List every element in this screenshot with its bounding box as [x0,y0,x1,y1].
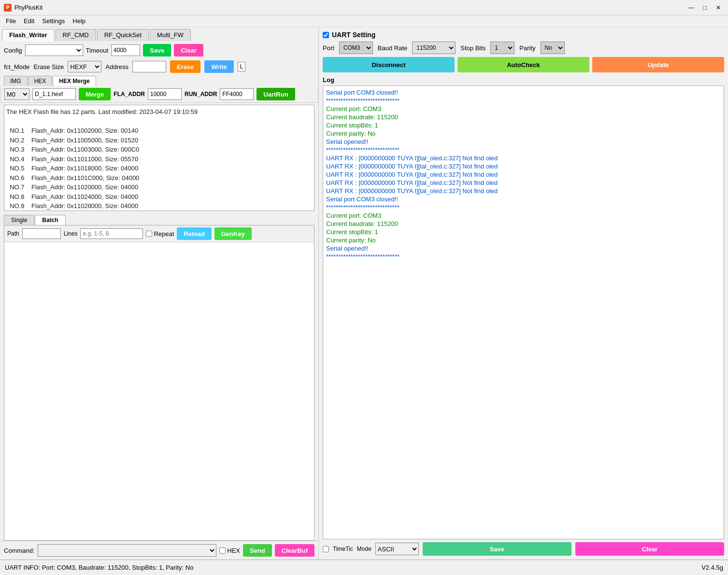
main-container: Flash_Writer RF_CMD RF_QuickSet Multi_FW… [0,27,728,560]
repeat-checkbox[interactable] [146,228,152,239]
hex-checkbox[interactable] [219,547,226,554]
disconnect-button[interactable]: Disconnect [323,57,455,72]
clear-log-button[interactable]: Clear [575,542,724,556]
mode-select[interactable]: ASCII HEX [375,543,419,555]
menu-file[interactable]: File [2,16,20,26]
config-select[interactable] [25,44,83,56]
timetic-label: TimeTic [333,546,353,552]
hex-log-area: The HEX Flash file has 12 parts. Last mo… [4,105,314,211]
tab-rf-quickset[interactable]: RF_QuickSet [97,29,149,41]
uart-setting-title: UART Setting [332,31,375,39]
batch-tab-batch[interactable]: Batch [35,215,65,225]
genkey-button[interactable]: GenKey [214,227,252,240]
baud-label: Baud Rate [378,44,407,52]
write-button[interactable]: Write [204,60,233,73]
uart-buttons: Disconnect AutoCheck Update [323,57,724,72]
hex-merge-controls: M0 Merge FLA_ADDR RUN_ADDR UartRun [0,86,318,103]
app-icon: P [4,4,12,12]
status-info: UART INFO: Port: COM3, Baudrate: 115200,… [5,564,193,571]
app-title: PhyPlusKit [14,4,685,11]
mode-row: fct_Mode Erase Size HEXF Address Erase W… [0,59,318,74]
path-input[interactable] [22,228,61,239]
timeout-input[interactable]: 4000 [111,44,140,56]
parity-label: Parity [519,44,535,52]
command-label: Command: [4,547,35,554]
batch-controls: Path Lines Repeat Reload GenKey [4,225,314,242]
version-label: V2.4.5g [701,564,723,571]
sub-tab-hex-merge[interactable]: HEX Merge [53,76,96,86]
command-row: Command: HEX Send ClearBuf [0,541,318,560]
config-label: Config [4,47,22,54]
lines-input[interactable] [80,228,143,239]
erase-size-label: Erase Size [33,63,64,70]
erase-size-select[interactable]: HEXF [68,61,101,72]
erase-button[interactable]: Erase [170,60,200,73]
lines-label: Lines [64,230,78,237]
sub-tab-img[interactable]: IMG [4,76,28,86]
uart-header: UART Setting [323,31,724,39]
hex-log-content: The HEX Flash file has 12 parts. Last mo… [6,107,312,211]
main-tab-bar: Flash_Writer RF_CMD RF_QuickSet Multi_FW [0,27,318,41]
tab-multi-fw[interactable]: Multi_FW [150,29,191,41]
tab-rf-cmd[interactable]: RF_CMD [56,29,96,41]
repeat-label: Repeat [146,228,174,239]
command-select[interactable] [38,544,217,557]
timeout-label: Timeout [86,47,108,54]
window-controls: — □ ✕ [685,3,724,13]
sub-tab-hex[interactable]: HEX [28,76,53,86]
right-panel: UART Setting Port COM3 Baud Rate 115200 … [319,27,728,560]
address-input[interactable] [132,61,166,72]
address-label: Address [105,63,128,70]
log-section: Log Serial port COM3 closed!!***********… [323,76,724,556]
close-button[interactable]: ✕ [713,3,724,13]
tab-flash-writer[interactable]: Flash_Writer [2,29,55,41]
left-panel: Flash_Writer RF_CMD RF_QuickSet Multi_FW… [0,27,319,560]
stop-select[interactable]: 1 [490,42,514,54]
reload-button[interactable]: Reload [177,227,211,240]
uartrun-button[interactable]: UartRun [257,88,295,100]
config-row: Config Timeout 4000 Save Clear [0,41,318,59]
batch-tab-single[interactable]: Single [4,215,34,225]
sub-tab-bar: IMG HEX HEX Merge [0,74,318,86]
save-button[interactable]: Save [143,44,171,56]
save-log-button[interactable]: Save [423,542,571,556]
port-select[interactable]: COM3 [339,42,373,54]
menubar: File Edit Settings Help [0,15,728,27]
m0-select[interactable]: M0 [4,88,29,100]
fla-addr-label: FLA_ADDR [114,91,145,98]
send-button[interactable]: Send [243,544,272,557]
stop-label: Stop Bits [460,44,485,52]
extra-indicator: L [238,62,246,71]
hexfile-input[interactable] [32,88,76,100]
clear-top-button[interactable]: Clear [174,44,203,56]
menu-help[interactable]: Help [69,16,89,26]
log-label: Log [323,76,724,84]
mode-label: Mode [357,546,371,552]
run-addr-label: RUN_ADDR [185,91,217,98]
minimize-button[interactable]: — [685,3,697,13]
path-label: Path [7,230,19,237]
menu-edit[interactable]: Edit [20,16,38,26]
port-row: Port COM3 Baud Rate 115200 Stop Bits 1 P… [323,42,724,54]
timetic-checkbox[interactable] [323,546,329,552]
hex-label-wrap: HEX [219,547,240,554]
port-label: Port [323,44,334,52]
menu-settings[interactable]: Settings [38,16,69,26]
status-bar: UART INFO: Port: COM3, Baudrate: 115200,… [0,560,728,575]
log-area: Serial port COM3 closed!!***************… [323,85,724,539]
merge-button[interactable]: Merge [79,88,111,100]
fla-addr-input[interactable] [148,88,182,100]
log-bottom: TimeTic Mode ASCII HEX Save Clear [323,539,724,556]
uart-enable-checkbox[interactable] [323,32,329,38]
titlebar: P PhyPlusKit — □ ✕ [0,0,728,15]
baud-select[interactable]: 115200 [412,42,456,54]
run-addr-input[interactable] [220,88,254,100]
maximize-button[interactable]: □ [699,3,711,13]
batch-tab-bar: Single Batch [0,213,318,225]
parity-select[interactable]: No [541,42,565,54]
autocheck-button[interactable]: AutoCheck [457,57,589,72]
update-button[interactable]: Update [592,57,724,72]
clearbuf-button[interactable]: ClearBuf [275,544,314,557]
batch-content: Path Lines Repeat Reload GenKey [4,225,314,541]
batch-textarea[interactable] [4,242,314,387]
